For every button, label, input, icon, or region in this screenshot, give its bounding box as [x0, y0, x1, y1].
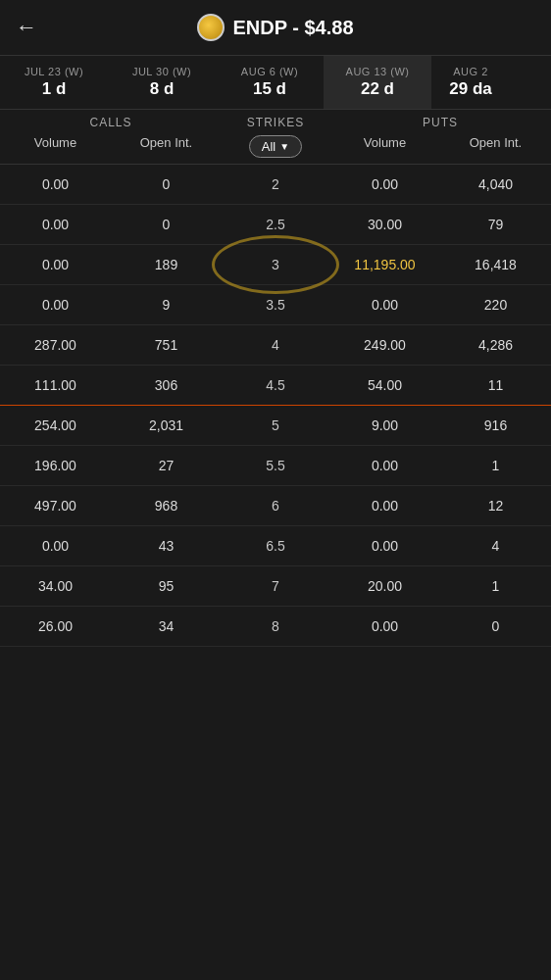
table-row[interactable]: 287.007514249.004,286: [0, 325, 551, 366]
calls-openint-cell: 95: [111, 578, 222, 594]
calls-openint-cell: 9: [111, 297, 222, 313]
puts-volume-cell: 30.00: [329, 217, 440, 232]
filter-button[interactable]: All ▼: [249, 135, 302, 158]
date-tab-0-label: JUL 23 (W): [12, 66, 96, 77]
date-tab-2-label: AUG 6 (W): [227, 66, 312, 77]
date-tab-4[interactable]: AUG 2 29 da: [431, 56, 510, 109]
calls-openint-cell: 0: [111, 176, 222, 192]
calls-volume-cell: 0.00: [0, 257, 111, 272]
puts-volume-cell: 249.00: [329, 337, 440, 353]
puts-openint-cell: 916: [440, 417, 551, 433]
table-row[interactable]: 0.00020.004,040: [0, 165, 551, 205]
calls-volume-cell: 0.00: [0, 538, 111, 554]
table-row[interactable]: 497.0096860.0012: [0, 486, 551, 526]
table-row[interactable]: 0.00189311,195.0016,418: [0, 245, 551, 285]
puts-openint-header: Open Int.: [440, 135, 551, 158]
puts-openint-cell: 1: [440, 458, 551, 473]
strike-cell: 4: [222, 337, 329, 353]
puts-volume-header: Volume: [329, 135, 440, 158]
table-row[interactable]: 0.0002.530.0079: [0, 205, 551, 245]
calls-openint-cell: 2,031: [111, 417, 222, 433]
calls-volume-cell: 254.00: [0, 417, 111, 433]
date-tab-0[interactable]: JUL 23 (W) 1 d: [0, 56, 108, 109]
date-tab-1-days: 8 d: [120, 79, 204, 99]
date-tab-2-days: 15 d: [227, 79, 312, 99]
date-tabs-container: JUL 23 (W) 1 d JUL 30 (W) 8 d AUG 6 (W) …: [0, 56, 551, 110]
date-tab-1[interactable]: JUL 30 (W) 8 d: [108, 56, 216, 109]
filter-label: All: [262, 139, 276, 154]
date-tab-0-days: 1 d: [12, 79, 96, 99]
table-row[interactable]: 34.0095720.001: [0, 566, 551, 607]
strike-cell: 5: [222, 417, 329, 433]
header-title-text: ENDP - $4.88: [232, 17, 353, 39]
strike-cell: 8: [222, 618, 329, 634]
strike-cell: 2.5: [222, 217, 329, 232]
strike-cell: 4.5: [222, 377, 329, 393]
table-row[interactable]: 111.003064.554.0011: [0, 366, 551, 406]
puts-openint-cell: 4,040: [440, 176, 551, 192]
puts-volume-cell: 0.00: [329, 498, 440, 514]
date-tab-4-days: 29 da: [439, 79, 502, 99]
puts-openint-cell: 220: [440, 297, 551, 313]
puts-volume-cell: 0.00: [329, 538, 440, 554]
puts-volume-cell: 11,195.00: [329, 257, 440, 272]
puts-volume-cell: 0.00: [329, 176, 440, 192]
calls-volume-cell: 0.00: [0, 217, 111, 232]
options-table: 0.00020.004,0400.0002.530.00790.00189311…: [0, 165, 551, 647]
app-header: ← ENDP - $4.88: [0, 0, 551, 56]
date-tab-3-label: AUG 13 (W): [335, 66, 420, 77]
calls-openint-cell: 189: [111, 257, 222, 272]
puts-openint-cell: 4,286: [440, 337, 551, 353]
puts-openint-cell: 16,418: [440, 257, 551, 272]
table-row[interactable]: 26.003480.000: [0, 607, 551, 647]
calls-openint-header: Open Int.: [111, 135, 222, 158]
puts-volume-cell: 54.00: [329, 377, 440, 393]
chevron-down-icon: ▼: [279, 141, 289, 152]
strike-cell: 3: [222, 257, 329, 272]
table-row[interactable]: 254.002,03159.00916: [0, 406, 551, 446]
back-button[interactable]: ←: [16, 15, 37, 40]
calls-volume-cell: 0.00: [0, 297, 111, 313]
puts-volume-cell: 0.00: [329, 297, 440, 313]
calls-volume-header: Volume: [0, 135, 111, 158]
table-row[interactable]: 0.0093.50.00220: [0, 285, 551, 325]
filter-dropdown[interactable]: All ▼: [222, 135, 329, 158]
calls-volume-cell: 196.00: [0, 458, 111, 473]
strike-cell: 3.5: [222, 297, 329, 313]
puts-openint-cell: 79: [440, 217, 551, 232]
table-row[interactable]: 0.00436.50.004: [0, 526, 551, 566]
sub-headers: Volume Open Int. All ▼ Volume Open Int.: [0, 131, 551, 165]
puts-volume-cell: 9.00: [329, 417, 440, 433]
table-row[interactable]: 196.00275.50.001: [0, 446, 551, 486]
puts-openint-cell: 0: [440, 618, 551, 634]
calls-openint-cell: 43: [111, 538, 222, 554]
puts-volume-cell: 20.00: [329, 578, 440, 594]
calls-volume-cell: 34.00: [0, 578, 111, 594]
date-tab-4-label: AUG 2: [439, 66, 502, 77]
strike-cell: 2: [222, 176, 329, 192]
ticker-logo: [197, 14, 225, 41]
calls-openint-cell: 751: [111, 337, 222, 353]
date-tab-1-label: JUL 30 (W): [120, 66, 204, 77]
calls-section-label: CALLS: [0, 116, 222, 129]
calls-volume-cell: 287.00: [0, 337, 111, 353]
calls-volume-cell: 497.00: [0, 498, 111, 514]
calls-openint-cell: 306: [111, 377, 222, 393]
puts-openint-cell: 12: [440, 498, 551, 514]
date-tab-3-days: 22 d: [335, 79, 420, 99]
date-tab-3[interactable]: AUG 13 (W) 22 d: [324, 56, 431, 109]
calls-openint-cell: 0: [111, 217, 222, 232]
strikes-section-label: STRIKES: [222, 116, 329, 129]
puts-volume-cell: 0.00: [329, 618, 440, 634]
puts-openint-cell: 11: [440, 377, 551, 393]
puts-volume-cell: 0.00: [329, 458, 440, 473]
calls-openint-cell: 968: [111, 498, 222, 514]
puts-section-label: PUTS: [329, 116, 551, 129]
strike-cell: 7: [222, 578, 329, 594]
puts-openint-cell: 4: [440, 538, 551, 554]
calls-volume-cell: 26.00: [0, 618, 111, 634]
calls-openint-cell: 27: [111, 458, 222, 473]
puts-openint-cell: 1: [440, 578, 551, 594]
date-tab-2[interactable]: AUG 6 (W) 15 d: [216, 56, 324, 109]
calls-openint-cell: 34: [111, 618, 222, 634]
